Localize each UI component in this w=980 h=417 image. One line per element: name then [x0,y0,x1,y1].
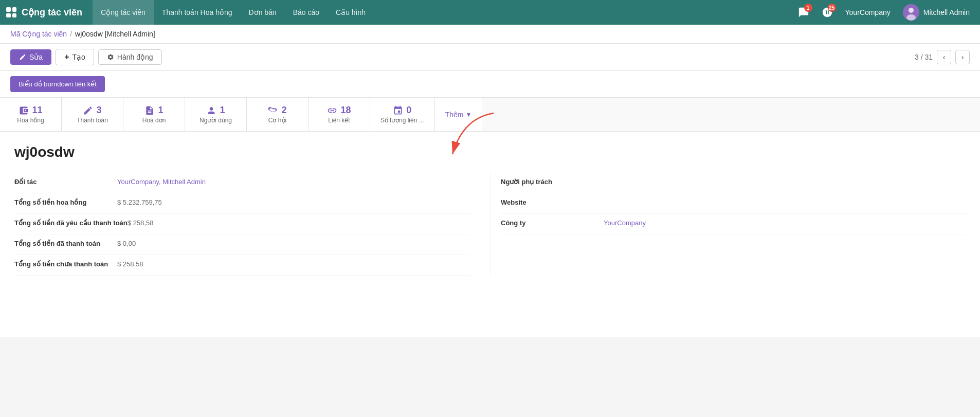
lien-ket-count: 18 [340,105,351,116]
smart-btn-nguoi-dung[interactable]: 1 Người dùng [185,98,247,131]
wallet-icon [19,105,29,116]
user-menu[interactable]: Mitchell Admin [899,4,974,21]
chua-thanh-toan-label: Tổng số tiền chưa thanh toán [14,259,117,268]
doi-tac-label: Đối tác [14,177,117,186]
pagination-text: 3 / 31 [915,53,933,61]
website-label: Website [501,197,604,206]
invoice-icon [144,105,155,116]
svg-point-2 [906,14,916,21]
nguoi-dung-label: Người dùng [199,117,232,124]
form-col-left: Đối tác YourCompany, Mitchell Admin Tổng… [14,173,490,276]
breadcrumb-current: wj0osdw [Mitchell Admin] [75,30,155,38]
burndown-button[interactable]: Biểu đồ burndown liên kết [10,76,105,92]
form-fields: Đối tác YourCompany, Mitchell Admin Tổng… [14,173,966,276]
number-icon [393,105,403,116]
user-name: Mitchell Admin [923,8,970,16]
lien-ket-label: Liên kết [328,117,350,124]
menu-item-thanh-toan[interactable]: Thanh toán Hoa hồng [154,0,241,25]
yeu-cau-value: $ 258,58 [128,218,154,227]
nguoi-phu-trach-label: Người phụ trách [501,177,604,186]
breadcrumb: Mã Cộng tác viên / wj0osdw [Mitchell Adm… [0,25,980,44]
breadcrumb-parent[interactable]: Mã Cộng tác viên [10,30,67,38]
field-da-thanh-toan: Tổng số tiền đã thanh toán $ 0,00 [14,234,469,255]
field-cong-ty: Công ty YourCompany [501,214,966,234]
smart-btn-so-luong[interactable]: 0 Số lượng liên ... [370,98,435,131]
action-label: Hành động [117,53,153,61]
nguoi-dung-count: 1 [220,105,225,116]
hoa-hong-total-label: Tổng số tiền hoa hồng [14,197,117,206]
smart-btn-co-hoi[interactable]: 2 Cơ hội [247,98,308,131]
breadcrumb-separator: / [70,30,72,38]
field-hoa-hong-total: Tổng số tiền hoa hồng $ 5.232.759,75 [14,193,469,214]
avatar [903,4,919,21]
field-website: Website [501,193,966,214]
more-button[interactable]: Thêm ▼ [435,98,482,131]
hoa-don-count: 1 [158,105,163,116]
da-thanh-toan-label: Tổng số tiền đã thanh toán [14,239,117,247]
chua-thanh-toan-value: $ 258,58 [117,259,143,268]
field-doi-tac: Đối tác YourCompany, Mitchell Admin [14,173,469,193]
prev-record-button[interactable]: ‹ [937,50,951,64]
cong-ty-value[interactable]: YourCompany [604,218,646,227]
smart-btn-thanh-toan[interactable]: 3 Thanh toán [62,98,123,131]
menu-item-bao-cao[interactable]: Báo cáo [285,0,328,25]
svg-point-1 [909,8,914,13]
link-icon [327,105,337,116]
hoa-hong-count: 11 [32,105,42,116]
app-title: Cộng tác viên [22,7,82,18]
smart-buttons-bar: 11 Hoa hồng 3 Thanh toán 1 Hoá đơn 1 [0,98,980,132]
menu-item-don-ban[interactable]: Đơn bán [241,0,285,25]
create-label: Tạo [72,53,85,61]
so-luong-label: Số lượng liên ... [380,117,424,124]
hoa-don-label: Hoá đơn [142,117,166,124]
more-label: Thêm [445,111,464,119]
avatar-image [903,4,919,21]
edit-icon [19,53,26,61]
doi-tac-value[interactable]: YourCompany, Mitchell Admin [117,177,206,186]
smart-btn-lien-ket[interactable]: 18 Liên kết [308,98,370,131]
yeu-cau-label: Tổng số tiền đã yêu cầu thanh toán [14,218,128,227]
smart-btn-hoa-hong[interactable]: 11 Hoa hồng [0,98,62,131]
field-nguoi-phu-trach: Người phụ trách [501,173,966,193]
field-yeu-cau-thanh-toan: Tổng số tiền đã yêu cầu thanh toán $ 258… [14,214,469,234]
create-icon: + [64,52,69,62]
hoa-hong-label: Hoa hồng [17,117,44,124]
toolbar: Sửa + Tạo Hành động 3 / 31 ‹ › [0,44,980,71]
user-icon [206,105,216,116]
form-col-right: Người phụ trách Website Công ty YourComp… [490,173,966,276]
cong-ty-label: Công ty [501,218,604,227]
top-navigation: Cộng tác viên Cộng tác viên Thanh toán H… [0,0,980,25]
handshake-icon [268,105,278,116]
edit-button[interactable]: Sửa [10,49,51,65]
create-button[interactable]: + Tạo [56,49,94,65]
notifications-button[interactable]: 1 [794,5,813,20]
topnav-right-section: 1 25 YourCompany Mitchell Admin [794,4,974,21]
co-hoi-label: Cơ hội [268,117,286,124]
burndown-section: Biểu đồ burndown liên kết [0,71,980,98]
smart-btn-hoa-don[interactable]: 1 Hoá đơn [123,98,185,131]
field-chua-thanh-toan: Tổng số tiền chưa thanh toán $ 258,58 [14,255,469,276]
main-content: wj0osdw Đối tác YourCompany, Mitchell Ad… [0,132,980,337]
edit-label: Sửa [29,53,43,61]
action-button[interactable]: Hành động [98,49,162,65]
app-logo[interactable]: Cộng tác viên [6,7,93,18]
menu-item-cong-tac-vien[interactable]: Cộng tác viên [93,0,154,25]
chevron-down-icon: ▼ [466,111,472,118]
pagination-section: 3 / 31 ‹ › [915,50,970,64]
updates-button[interactable]: 25 [818,5,837,20]
thanh-toan-count: 3 [96,105,101,116]
pencil-icon [83,105,93,116]
next-record-button[interactable]: › [955,50,970,64]
updates-badge: 25 [828,4,836,12]
company-selector[interactable]: YourCompany [841,8,895,16]
gear-icon [107,53,114,61]
da-thanh-toan-value: $ 0,00 [117,239,136,247]
hoa-hong-total-value: $ 5.232.759,75 [117,197,162,206]
notifications-badge: 1 [804,4,812,12]
main-menu: Cộng tác viên Thanh toán Hoa hồng Đơn bá… [93,0,793,25]
so-luong-count: 0 [406,105,411,116]
menu-item-cau-hinh[interactable]: Cấu hình [328,0,374,25]
co-hoi-count: 2 [281,105,286,116]
record-title: wj0osdw [14,144,966,160]
apps-icon [6,7,16,17]
